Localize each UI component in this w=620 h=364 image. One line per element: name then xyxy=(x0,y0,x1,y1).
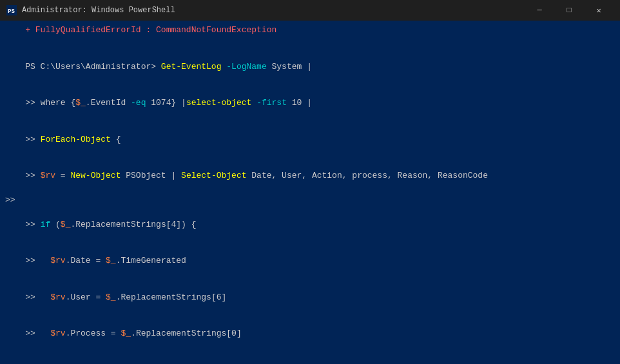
user-line: >> $rv.User = $_.ReplacementStrings[6] xyxy=(5,280,615,316)
blank2: >> xyxy=(5,195,615,207)
title-bar: PS Administrator: Windows PowerShell — □… xyxy=(0,0,620,21)
title-bar-text: Administrator: Windows PowerShell xyxy=(22,6,519,15)
svg-text:PS: PS xyxy=(8,8,15,15)
cmd-line: PS C:\Users\Administrator> Get-EventLog … xyxy=(5,49,615,86)
maximize-button[interactable]: □ xyxy=(554,0,584,21)
date-line: >> $rv.Date = $_.TimeGenerated xyxy=(5,243,615,280)
minimize-button[interactable]: — xyxy=(525,0,554,21)
title-bar-controls: — □ ✕ xyxy=(525,0,614,21)
process-line: >> $rv.Process = $_.ReplacementStrings[0… xyxy=(5,316,615,352)
error-line: + FullyQualifiedErrorId : CommandNotFoun… xyxy=(5,24,615,37)
rv-new-line: >> $rv = New-Object PSObject | Select-Ob… xyxy=(5,158,615,195)
if-line: >> if ($_.ReplacementStrings[4]) { xyxy=(5,207,615,244)
blank1 xyxy=(5,37,615,49)
close-button[interactable]: ✕ xyxy=(584,0,614,21)
terminal: + FullyQualifiedErrorId : CommandNotFoun… xyxy=(0,21,620,364)
action-line: >> $rv.Action = $_.ReplacementStrings[4] xyxy=(5,352,615,364)
powershell-icon: PS xyxy=(6,5,17,15)
where-line: >> where {$_.EventId -eq 1074} |select-o… xyxy=(5,85,615,122)
foreach-line: >> ForEach-Object { xyxy=(5,122,615,158)
